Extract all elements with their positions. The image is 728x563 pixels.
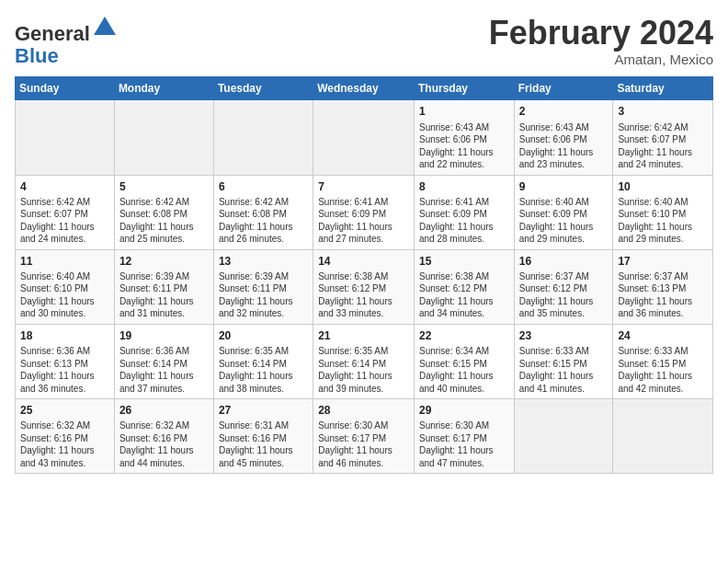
weekday-header: Wednesday [313, 77, 415, 100]
calendar-cell: 4Sunrise: 6:42 AMSunset: 6:07 PMDaylight… [16, 175, 115, 249]
day-info: Daylight: 11 hours and 24 minutes. [618, 146, 708, 171]
weekday-header: Tuesday [213, 77, 313, 100]
weekday-header: Monday [114, 77, 213, 100]
calendar-title: February 2024 [489, 15, 713, 52]
calendar-cell: 21Sunrise: 6:35 AMSunset: 6:14 PMDayligh… [313, 324, 415, 398]
day-number: 9 [519, 179, 609, 194]
day-info: Sunrise: 6:35 AM [318, 345, 409, 358]
day-info: Daylight: 11 hours and 43 minutes. [20, 444, 109, 469]
day-number: 3 [618, 104, 708, 119]
day-info: Daylight: 11 hours and 33 minutes. [318, 295, 409, 320]
calendar-cell: 29Sunrise: 6:30 AMSunset: 6:17 PMDayligh… [414, 399, 514, 474]
calendar-cell: 3Sunrise: 6:42 AMSunset: 6:07 PMDaylight… [613, 100, 713, 175]
calendar-cell: 15Sunrise: 6:38 AMSunset: 6:12 PMDayligh… [414, 249, 514, 324]
day-number: 8 [419, 179, 509, 194]
calendar-cell [613, 399, 713, 474]
calendar-cell: 27Sunrise: 6:31 AMSunset: 6:16 PMDayligh… [213, 399, 313, 474]
day-number: 10 [618, 179, 708, 194]
day-info: Sunrise: 6:30 AM [318, 419, 409, 432]
day-info: Sunrise: 6:37 AM [618, 270, 708, 283]
day-info: Sunrise: 6:41 AM [419, 196, 509, 209]
day-number: 24 [618, 328, 708, 343]
day-info: Sunset: 6:09 PM [419, 208, 509, 221]
day-info: Sunrise: 6:34 AM [419, 345, 509, 358]
day-info: Sunrise: 6:31 AM [219, 419, 308, 432]
day-info: Sunrise: 6:36 AM [20, 345, 109, 358]
day-info: Daylight: 11 hours and 27 minutes. [318, 221, 409, 246]
weekday-header: Saturday [613, 77, 713, 100]
day-info: Sunset: 6:17 PM [419, 432, 509, 445]
day-info: Sunrise: 6:32 AM [20, 419, 109, 432]
calendar-cell: 5Sunrise: 6:42 AMSunset: 6:08 PMDaylight… [114, 175, 213, 249]
calendar-cell: 7Sunrise: 6:41 AMSunset: 6:09 PMDaylight… [313, 175, 415, 249]
title-block: February 2024 Amatan, Mexico [489, 15, 713, 67]
calendar-cell [16, 100, 115, 175]
day-info: Daylight: 11 hours and 46 minutes. [318, 444, 409, 469]
day-number: 4 [20, 179, 109, 194]
calendar-cell: 14Sunrise: 6:38 AMSunset: 6:12 PMDayligh… [313, 249, 415, 324]
day-info: Sunrise: 6:42 AM [618, 121, 708, 134]
day-info: Sunset: 6:08 PM [119, 208, 209, 221]
day-info: Sunset: 6:11 PM [219, 282, 308, 295]
day-info: Sunset: 6:11 PM [119, 282, 209, 295]
day-info: Sunset: 6:15 PM [419, 358, 509, 371]
day-info: Sunrise: 6:39 AM [119, 270, 209, 283]
day-info: Sunset: 6:10 PM [618, 208, 708, 221]
day-info: Sunset: 6:13 PM [618, 282, 708, 295]
calendar-cell: 13Sunrise: 6:39 AMSunset: 6:11 PMDayligh… [213, 249, 313, 324]
day-info: Sunset: 6:16 PM [119, 432, 209, 445]
day-info: Sunrise: 6:40 AM [519, 196, 609, 209]
day-info: Sunset: 6:12 PM [419, 282, 509, 295]
day-number: 25 [20, 403, 109, 418]
day-info: Daylight: 11 hours and 36 minutes. [20, 370, 109, 395]
calendar-cell: 2Sunrise: 6:43 AMSunset: 6:06 PMDaylight… [514, 100, 613, 175]
day-info: Sunrise: 6:39 AM [219, 270, 308, 283]
day-info: Sunrise: 6:33 AM [618, 345, 708, 358]
day-info: Sunrise: 6:42 AM [119, 196, 209, 209]
logo: General Blue [15, 15, 118, 67]
day-info: Daylight: 11 hours and 34 minutes. [419, 295, 509, 320]
day-info: Sunrise: 6:35 AM [219, 345, 308, 358]
day-info: Daylight: 11 hours and 29 minutes. [618, 221, 708, 246]
day-number: 29 [419, 403, 509, 418]
calendar-header: SundayMondayTuesdayWednesdayThursdayFrid… [16, 77, 713, 100]
day-info: Sunrise: 6:43 AM [419, 121, 509, 134]
day-info: Daylight: 11 hours and 35 minutes. [519, 295, 609, 320]
calendar-cell: 22Sunrise: 6:34 AMSunset: 6:15 PMDayligh… [414, 324, 514, 398]
day-info: Daylight: 11 hours and 26 minutes. [219, 221, 308, 246]
day-info: Daylight: 11 hours and 44 minutes. [119, 444, 209, 469]
day-number: 26 [119, 403, 209, 418]
day-info: Daylight: 11 hours and 31 minutes. [119, 295, 209, 320]
page-header: General Blue February 2024 Amatan, Mexic… [15, 15, 713, 67]
day-info: Sunrise: 6:32 AM [119, 419, 209, 432]
day-info: Daylight: 11 hours and 25 minutes. [119, 221, 209, 246]
day-info: Sunset: 6:07 PM [618, 133, 708, 146]
day-number: 18 [20, 328, 109, 343]
calendar-cell: 8Sunrise: 6:41 AMSunset: 6:09 PMDaylight… [414, 175, 514, 249]
day-number: 23 [519, 328, 609, 343]
calendar-subtitle: Amatan, Mexico [489, 52, 713, 67]
calendar-cell: 26Sunrise: 6:32 AMSunset: 6:16 PMDayligh… [114, 399, 213, 474]
day-number: 19 [119, 328, 209, 343]
svg-marker-0 [94, 17, 116, 35]
weekday-header: Sunday [16, 77, 115, 100]
calendar-cell: 10Sunrise: 6:40 AMSunset: 6:10 PMDayligh… [613, 175, 713, 249]
day-number: 21 [318, 328, 409, 343]
day-info: Sunset: 6:16 PM [20, 432, 109, 445]
day-info: Sunrise: 6:43 AM [519, 121, 609, 134]
day-info: Sunrise: 6:42 AM [219, 196, 308, 209]
day-number: 2 [519, 104, 609, 119]
day-info: Sunset: 6:17 PM [318, 432, 409, 445]
day-info: Daylight: 11 hours and 47 minutes. [419, 444, 509, 469]
day-number: 27 [219, 403, 308, 418]
day-info: Sunset: 6:15 PM [519, 358, 609, 371]
calendar-cell [514, 399, 613, 474]
day-info: Sunset: 6:10 PM [20, 282, 109, 295]
day-info: Sunset: 6:14 PM [318, 358, 409, 371]
day-info: Daylight: 11 hours and 29 minutes. [519, 221, 609, 246]
calendar-cell: 9Sunrise: 6:40 AMSunset: 6:09 PMDaylight… [514, 175, 613, 249]
logo-general: General [15, 22, 90, 45]
calendar-cell: 25Sunrise: 6:32 AMSunset: 6:16 PMDayligh… [16, 399, 115, 474]
day-info: Sunrise: 6:40 AM [618, 196, 708, 209]
day-number: 5 [119, 179, 209, 194]
